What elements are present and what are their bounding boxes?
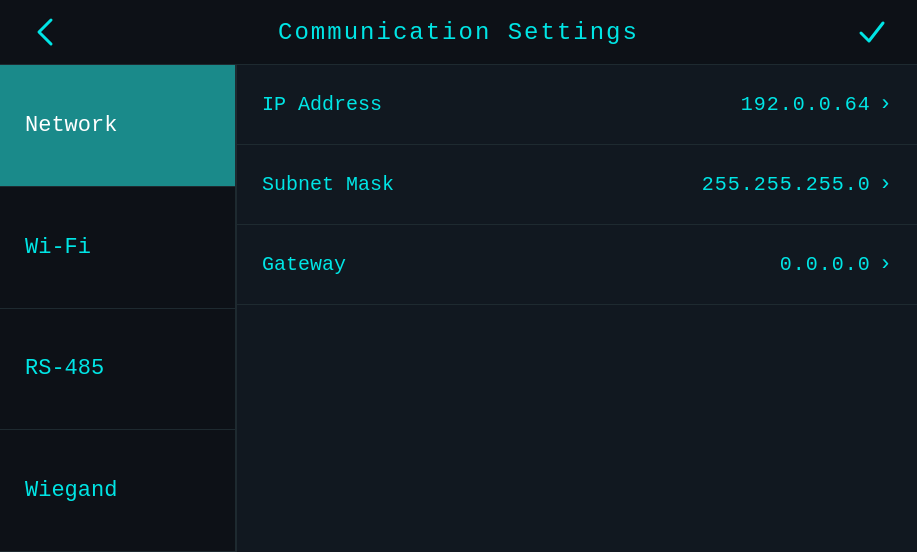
ip-address-chevron-icon: › xyxy=(879,92,892,117)
main-content: Network Wi-Fi RS-485 Wiegand IP Address … xyxy=(0,65,917,552)
back-arrow-icon xyxy=(29,16,61,48)
confirm-button[interactable] xyxy=(847,7,897,57)
gateway-label: Gateway xyxy=(262,253,780,276)
sidebar-item-wifi-label: Wi-Fi xyxy=(25,235,91,260)
sidebar-item-rs485[interactable]: RS-485 xyxy=(0,309,235,431)
sidebar-item-network-label: Network xyxy=(25,113,117,138)
subnet-mask-row[interactable]: Subnet Mask 255.255.255.0 › xyxy=(237,145,917,225)
content-area: IP Address 192.0.0.64 › Subnet Mask 255.… xyxy=(235,65,917,552)
sidebar-item-network[interactable]: Network xyxy=(0,65,235,187)
app-container: Communication Settings Network Wi-Fi RS-… xyxy=(0,0,917,552)
page-title: Communication Settings xyxy=(70,19,847,46)
sidebar-item-rs485-label: RS-485 xyxy=(25,356,104,381)
sidebar: Network Wi-Fi RS-485 Wiegand xyxy=(0,65,235,552)
ip-address-label: IP Address xyxy=(262,93,741,116)
subnet-mask-chevron-icon: › xyxy=(879,172,892,197)
gateway-value: 0.0.0.0 xyxy=(780,253,871,276)
gateway-row[interactable]: Gateway 0.0.0.0 › xyxy=(237,225,917,305)
ip-address-row[interactable]: IP Address 192.0.0.64 › xyxy=(237,65,917,145)
subnet-mask-label: Subnet Mask xyxy=(262,173,702,196)
sidebar-item-wiegand[interactable]: Wiegand xyxy=(0,430,235,552)
check-icon xyxy=(856,16,888,48)
ip-address-value: 192.0.0.64 xyxy=(741,93,871,116)
sidebar-item-wifi[interactable]: Wi-Fi xyxy=(0,187,235,309)
back-button[interactable] xyxy=(20,7,70,57)
header: Communication Settings xyxy=(0,0,917,65)
gateway-chevron-icon: › xyxy=(879,252,892,277)
subnet-mask-value: 255.255.255.0 xyxy=(702,173,871,196)
sidebar-item-wiegand-label: Wiegand xyxy=(25,478,117,503)
